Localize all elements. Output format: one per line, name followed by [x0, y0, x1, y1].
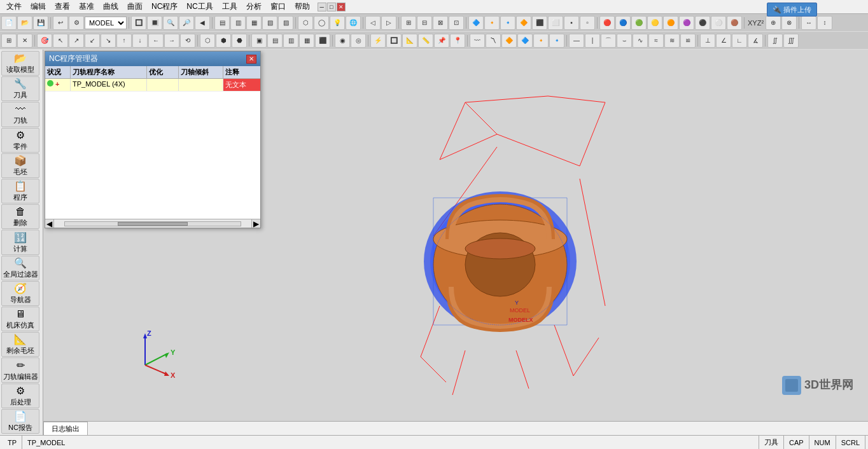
tb-btn41[interactable]: ⊗	[781, 16, 797, 30]
tb2-btn36[interactable]: |	[585, 34, 600, 48]
tb-btn13[interactable]: ⬡	[298, 16, 313, 30]
menu-view[interactable]: 查看	[51, 0, 74, 13]
tb2-btn8[interactable]: ↑	[116, 34, 132, 48]
tb2-btn28[interactable]: 📍	[450, 34, 465, 48]
tb-btn20[interactable]: ⊟	[417, 16, 432, 30]
tb-btn15[interactable]: 💡	[330, 16, 345, 30]
tb-btn31[interactable]: 🔴	[599, 16, 615, 30]
sidebar-item-read-model[interactable]: 📂 读取模型	[1, 51, 39, 76]
tb-btn18[interactable]: ▷	[381, 16, 396, 30]
sidebar-item-global-filter[interactable]: 🔍 全局过滤器	[1, 256, 39, 280]
tb2-btn46[interactable]: ∡	[748, 34, 763, 48]
tb2-btn41[interactable]: ≋	[664, 34, 680, 48]
tb-btn8[interactable]: ▤	[214, 16, 230, 30]
menu-curve[interactable]: 曲线	[99, 0, 122, 13]
tb2-btn37[interactable]: ⌒	[601, 34, 616, 48]
menu-edit[interactable]: 编辑	[27, 0, 50, 13]
model-select[interactable]: MODEL	[85, 17, 127, 29]
sidebar-item-delete[interactable]: 🗑 删除	[1, 204, 39, 229]
tb-btn11[interactable]: ▧	[262, 16, 277, 30]
tb-btn5[interactable]: 🔍	[163, 16, 178, 30]
tb-btn9[interactable]: ▥	[230, 16, 246, 30]
tb2-btn43[interactable]: ⊥	[700, 34, 715, 48]
tb-btn7[interactable]: ◀	[195, 16, 210, 30]
tb-btn21[interactable]: ⊠	[433, 16, 448, 30]
tb-btn33[interactable]: 🟢	[631, 16, 647, 30]
tb2-btn4[interactable]: ↖	[53, 34, 68, 48]
tb-btn32[interactable]: 🔵	[615, 16, 631, 30]
tb-btn12[interactable]: ▨	[278, 16, 293, 30]
tb-btn29[interactable]: ▪	[564, 16, 579, 30]
tb-btn38[interactable]: ⚪	[711, 16, 726, 30]
restore-button[interactable]: □	[327, 3, 336, 11]
tb-btn42[interactable]: ↔	[801, 16, 816, 30]
table-row[interactable]: + TP_MODEL (4X) 无文本	[45, 79, 260, 92]
menu-nc-program[interactable]: NC程序	[148, 0, 181, 13]
tb2-btn24[interactable]: 🔲	[386, 34, 402, 48]
tb2-btn40[interactable]: ≈	[648, 34, 664, 48]
tb2-btn45[interactable]: ∟	[732, 34, 747, 48]
tb-save[interactable]: 💾	[33, 16, 48, 30]
tb-btn39[interactable]: 🟤	[727, 16, 742, 30]
tb-btn23[interactable]: 🔷	[468, 16, 484, 30]
tb2-btn17[interactable]: ▤	[267, 34, 283, 48]
tb-btn40[interactable]: ⊕	[766, 16, 781, 30]
tb2-btn2[interactable]: ✕	[17, 34, 32, 48]
tb2-btn15[interactable]: ⬣	[232, 34, 247, 48]
tb2-btn3[interactable]: 🎯	[37, 34, 52, 48]
nc-dialog-title-bar[interactable]: NC程序管理器 ✕	[45, 52, 260, 66]
sidebar-item-navigator[interactable]: 🧭 导航器	[1, 281, 39, 306]
tb2-btn29[interactable]: 〰	[470, 34, 485, 48]
menu-tool[interactable]: 工具	[218, 0, 241, 13]
sidebar-item-tool[interactable]: 🔧 刀具	[1, 76, 39, 101]
tb-btn43[interactable]: ↕	[817, 16, 832, 30]
tb2-btn11[interactable]: →	[164, 34, 179, 48]
tb-btn24[interactable]: 🔸	[484, 16, 500, 30]
tb-btn34[interactable]: 🟡	[647, 16, 662, 30]
tb-btn35[interactable]: 🟠	[663, 16, 678, 30]
tb-icon2[interactable]: ⚙	[69, 16, 84, 30]
tb2-btn30[interactable]: 〽	[486, 34, 501, 48]
tb-btn14[interactable]: ◯	[314, 16, 329, 30]
tb-btn10[interactable]: ▦	[246, 16, 262, 30]
tb2-btn5[interactable]: ↗	[69, 34, 84, 48]
tb-btn27[interactable]: ⬛	[532, 16, 547, 30]
tb2-btn33[interactable]: 🔸	[533, 34, 549, 48]
tb2-btn6[interactable]: ↙	[85, 34, 100, 48]
menu-base[interactable]: 基准	[75, 0, 98, 13]
tb2-btn14[interactable]: ⬢	[216, 34, 231, 48]
close-button[interactable]: ✕	[337, 3, 346, 11]
tb-open[interactable]: 📂	[17, 16, 32, 30]
menu-window[interactable]: 窗口	[267, 0, 290, 13]
tb2-btn35[interactable]: —	[569, 34, 584, 48]
tb2-btn18[interactable]: ▥	[283, 34, 298, 48]
scrollbar-left-arrow[interactable]: ◀	[45, 219, 54, 228]
upload-button[interactable]: 🔌 插件上传	[767, 3, 817, 17]
viewport[interactable]: NC程序管理器 ✕ 状况 刀轨程序名称 优化 刀轴倾斜 注释 + TP_MODE…	[43, 50, 868, 435]
tb-btn17[interactable]: ◁	[365, 16, 381, 30]
tb-btn22[interactable]: ⊡	[449, 16, 464, 30]
tb2-btn20[interactable]: ⬛	[315, 34, 330, 48]
sidebar-item-toolpath-editor[interactable]: ✏ 刀轨编辑器	[1, 357, 39, 382]
tb-btn4[interactable]: 🔳	[147, 16, 162, 30]
tb2-btn21[interactable]: ◉	[335, 34, 350, 48]
sidebar-item-post-process[interactable]: ⚙ 后处理	[1, 383, 39, 408]
sidebar-item-blank[interactable]: 📦 毛坯	[1, 153, 39, 178]
tb2-btn42[interactable]: ≌	[680, 34, 696, 48]
tb2-btn34[interactable]: 🔹	[549, 34, 564, 48]
tb2-btn19[interactable]: ▦	[299, 34, 314, 48]
tb2-btn16[interactable]: ▣	[251, 34, 267, 48]
tb2-btn22[interactable]: ◎	[351, 34, 366, 48]
scrollbar-thumb[interactable]	[118, 222, 188, 226]
tb2-btn13[interactable]: ⬡	[200, 34, 215, 48]
sidebar-item-toolpath[interactable]: 〰 刀轨	[1, 102, 39, 127]
sidebar-item-part[interactable]: ⚙ 零件	[1, 128, 39, 153]
minimize-button[interactable]: ─	[318, 3, 326, 11]
sidebar-item-program[interactable]: 📋 程序	[1, 179, 39, 204]
tb2-btn32[interactable]: 🔷	[517, 34, 533, 48]
tb2-btn25[interactable]: 📐	[402, 34, 417, 48]
tb2-btn44[interactable]: ∠	[716, 34, 731, 48]
tb-new[interactable]: 📄	[1, 16, 17, 30]
tb2-btn23[interactable]: ⚡	[370, 34, 386, 48]
tb2-btn31[interactable]: 🔶	[501, 34, 517, 48]
